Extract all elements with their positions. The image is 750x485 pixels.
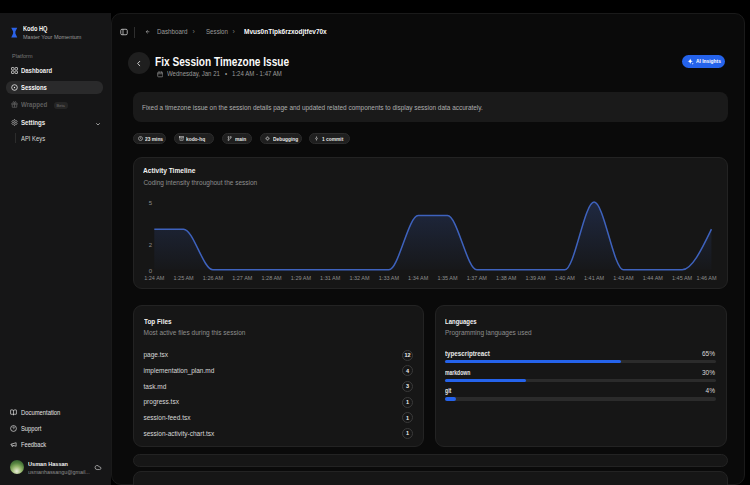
svg-text:1:31 AM: 1:31 AM xyxy=(320,275,341,281)
svg-text:1:46 AM: 1:46 AM xyxy=(696,275,717,281)
svg-text:1:24 AM: 1:24 AM xyxy=(144,275,165,281)
svg-text:1:43 AM: 1:43 AM xyxy=(613,275,634,281)
svg-text:1:32 AM: 1:32 AM xyxy=(349,275,370,281)
svg-text:1:39 AM: 1:39 AM xyxy=(525,275,546,281)
svg-text:2: 2 xyxy=(149,242,153,248)
svg-text:0: 0 xyxy=(149,268,153,274)
svg-text:1:28 AM: 1:28 AM xyxy=(262,275,283,281)
svg-text:1:27 AM: 1:27 AM xyxy=(232,275,253,281)
svg-text:1:33 AM: 1:33 AM xyxy=(379,275,400,281)
svg-text:1:34 AM: 1:34 AM xyxy=(408,275,429,281)
svg-text:1:25 AM: 1:25 AM xyxy=(174,275,195,281)
svg-text:5: 5 xyxy=(149,200,153,206)
svg-text:1:37 AM: 1:37 AM xyxy=(467,275,488,281)
svg-text:1:38 AM: 1:38 AM xyxy=(496,275,517,281)
svg-text:1:35 AM: 1:35 AM xyxy=(437,275,458,281)
svg-text:1:26 AM: 1:26 AM xyxy=(203,275,224,281)
svg-text:1:40 AM: 1:40 AM xyxy=(555,275,576,281)
svg-text:1:45 AM: 1:45 AM xyxy=(672,275,693,281)
svg-text:1:29 AM: 1:29 AM xyxy=(291,275,312,281)
svg-text:1:44 AM: 1:44 AM xyxy=(643,275,664,281)
svg-text:1:41 AM: 1:41 AM xyxy=(584,275,605,281)
